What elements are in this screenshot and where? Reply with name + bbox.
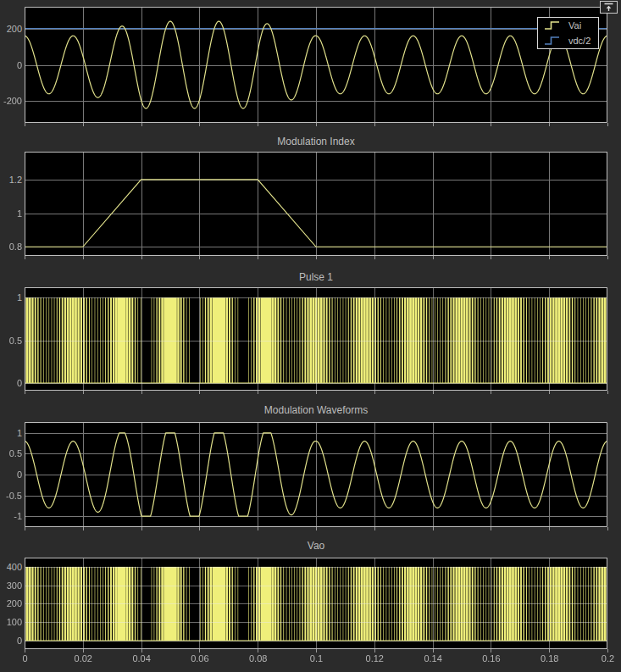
x-tick-mark [433, 391, 434, 394]
x-tick-mark [374, 527, 375, 530]
x-tick-mark [316, 391, 317, 394]
legend-label-vai: Vai [568, 20, 581, 31]
x-tick-mark [25, 391, 25, 394]
x-tick-mark [491, 256, 491, 259]
vai-vdc-plot-canvas[interactable] [25, 7, 607, 123]
x-tick-label: 0.18 [531, 653, 568, 664]
x-tick-mark [83, 123, 84, 126]
x-tick-mark [491, 391, 491, 394]
x-tick-mark [607, 391, 608, 394]
x-tick-mark [374, 256, 375, 259]
x-tick-mark [374, 391, 375, 394]
y-tick-label: 1 [17, 292, 22, 303]
scope-figure: Modulation Index Pulse 1 Modulation Wave… [0, 0, 621, 672]
modulation-waveforms-plot-canvas[interactable] [25, 422, 607, 527]
x-tick-mark [141, 527, 142, 530]
plot-title-modulation-index: Modulation Index [25, 136, 607, 147]
y-tick-label: 0.5 [9, 335, 22, 347]
x-tick-label: 0.1 [298, 653, 335, 664]
y-tick-label: 1 [17, 208, 22, 219]
x-tick-mark [83, 527, 84, 530]
x-tick-mark [433, 256, 434, 259]
y-tick-label: -0.5 [6, 490, 22, 502]
x-tick-label: 0 [7, 653, 44, 664]
x-tick-mark [549, 527, 550, 530]
vao-plot-canvas[interactable] [25, 558, 607, 649]
x-tick-mark [491, 123, 491, 126]
plot-title-vao: Vao [25, 540, 607, 552]
step-line-icon [543, 19, 562, 32]
x-tick-mark [258, 123, 258, 126]
x-tick-mark [199, 391, 200, 394]
x-tick-mark [549, 256, 550, 259]
x-tick-label: 0.08 [240, 653, 277, 664]
x-tick-mark [491, 527, 491, 530]
y-tick-label: 0.8 [9, 241, 22, 253]
x-tick-mark [25, 527, 25, 530]
x-tick-label: 0.02 [64, 653, 102, 664]
plot-title-modulation-waveforms: Modulation Waveforms [25, 404, 607, 416]
x-tick-mark [25, 256, 25, 259]
y-tick-label: 1 [17, 427, 22, 439]
x-tick-mark [316, 123, 317, 126]
x-tick-label: 0.04 [123, 653, 160, 664]
x-tick-mark [141, 391, 142, 394]
y-tick-label: 400 [7, 561, 22, 573]
step-line-icon [543, 34, 562, 47]
x-tick-mark [83, 391, 84, 394]
dock-figure-button[interactable] [600, 1, 618, 14]
pulse1-plot-canvas[interactable] [25, 287, 607, 391]
legend[interactable]: Vai vdc/2 [537, 17, 599, 49]
x-tick-mark [374, 123, 375, 126]
y-tick-label: -200 [3, 95, 22, 107]
x-tick-mark [258, 391, 258, 394]
x-tick-mark [607, 256, 608, 259]
y-tick-label: 0 [17, 59, 22, 71]
modulation-index-plot-canvas[interactable] [25, 152, 607, 256]
y-tick-label: 1.2 [9, 174, 22, 186]
x-tick-mark [549, 391, 550, 394]
x-tick-mark [25, 123, 25, 126]
x-tick-mark [199, 256, 200, 259]
x-tick-mark [199, 123, 200, 126]
legend-label-vdc2: vdc/2 [568, 36, 591, 46]
y-tick-label: -1 [14, 510, 22, 522]
x-tick-mark [141, 123, 142, 126]
legend-entry-vdc2[interactable]: vdc/2 [538, 33, 598, 47]
y-tick-label: 200 [7, 23, 22, 35]
x-tick-label: 0.2 [590, 653, 621, 664]
x-tick-mark [316, 256, 317, 259]
y-tick-label: 300 [7, 580, 22, 591]
x-tick-mark [433, 123, 434, 126]
x-tick-mark [607, 123, 608, 126]
x-tick-label: 0.16 [473, 653, 510, 664]
x-tick-label: 0.14 [414, 653, 452, 664]
y-tick-label: 0.5 [9, 447, 22, 459]
x-tick-mark [549, 123, 550, 126]
x-tick-mark [607, 527, 608, 530]
x-tick-mark [433, 527, 434, 530]
y-tick-label: 200 [7, 597, 22, 609]
x-tick-mark [141, 256, 142, 259]
x-tick-mark [316, 527, 317, 530]
dock-arrow-up-icon [603, 3, 614, 12]
x-tick-mark [83, 256, 84, 259]
x-tick-mark [199, 527, 200, 530]
y-tick-label: 100 [7, 616, 22, 628]
y-tick-label: 0 [17, 377, 22, 389]
legend-entry-vai[interactable]: Vai [538, 19, 598, 33]
y-tick-label: 0 [17, 469, 22, 480]
x-tick-label: 0.12 [356, 653, 393, 664]
plot-title-pulse1: Pulse 1 [25, 271, 607, 283]
y-tick-label: 0 [17, 635, 22, 647]
x-tick-mark [258, 527, 258, 530]
x-tick-mark [258, 256, 258, 259]
x-tick-label: 0.06 [181, 653, 219, 664]
